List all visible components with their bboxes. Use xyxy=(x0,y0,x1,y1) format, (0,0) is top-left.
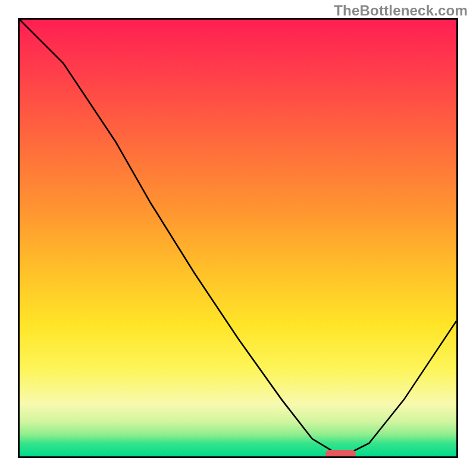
watermark-text: TheBottleneck.com xyxy=(334,2,468,19)
optimal-marker xyxy=(325,450,356,458)
bottleneck-curve xyxy=(20,20,456,456)
chart-stage: TheBottleneck.com xyxy=(0,0,476,476)
curve-path xyxy=(20,20,456,452)
plot-area xyxy=(18,18,458,458)
